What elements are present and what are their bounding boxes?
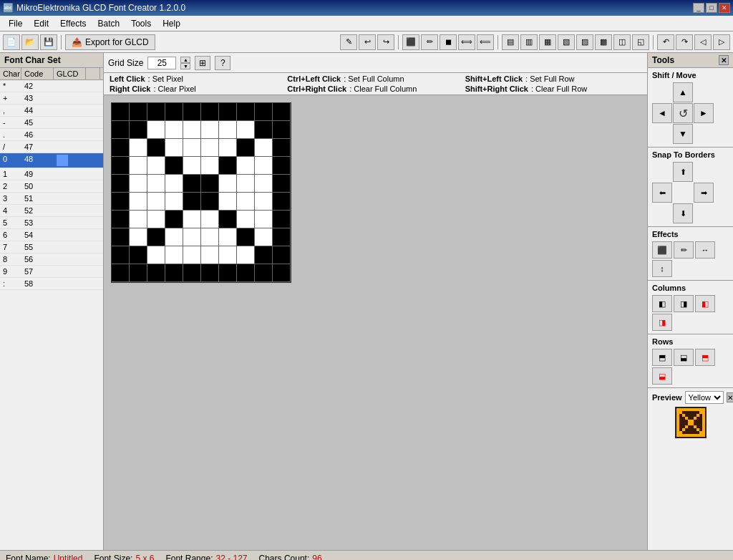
pixel-cell[interactable]	[255, 175, 273, 193]
pixel-cell[interactable]	[273, 121, 291, 139]
tool-4[interactable]: ⬛	[402, 34, 419, 50]
pixel-cell[interactable]	[273, 175, 291, 193]
pixel-cell[interactable]	[165, 139, 183, 157]
char-row[interactable]: 654	[0, 229, 103, 241]
pixel-cell[interactable]	[112, 211, 130, 228]
minimize-button[interactable]: _	[693, 3, 704, 13]
pixel-cell[interactable]	[165, 175, 183, 193]
pixel-cell[interactable]	[237, 157, 255, 175]
pixel-cell[interactable]	[147, 246, 165, 264]
pixel-cell[interactable]	[130, 175, 147, 193]
pixel-cell[interactable]	[273, 228, 291, 246]
pixel-cell[interactable]	[219, 175, 237, 193]
pixel-cell[interactable]	[112, 193, 130, 211]
grid-size-input[interactable]	[147, 57, 176, 69]
pixel-cell[interactable]	[130, 211, 147, 228]
preview-close-button[interactable]: ✕	[727, 392, 733, 402]
maximize-button[interactable]: □	[706, 3, 717, 13]
tool-19[interactable]: ◁	[694, 34, 712, 50]
col-add-left-button[interactable]: ◧	[652, 295, 672, 312]
tool-13[interactable]: ▨	[576, 34, 593, 50]
shift-up-button[interactable]: ▲	[673, 82, 693, 102]
pixel-cell[interactable]	[201, 103, 219, 121]
pixel-cell[interactable]	[219, 103, 237, 121]
snap-right-button[interactable]: ➡	[694, 183, 714, 203]
export-button[interactable]: 📤 Export for GLCD	[65, 34, 155, 50]
pixel-cell[interactable]	[237, 121, 255, 139]
tool-9[interactable]: ▤	[502, 34, 519, 50]
grid-toggle-button[interactable]: ⊞	[195, 56, 210, 70]
pixel-cell[interactable]	[219, 121, 237, 139]
new-button[interactable]: 📄	[3, 34, 20, 50]
snap-bottom-button[interactable]: ⬇	[673, 203, 693, 223]
tool-18[interactable]: ↷	[676, 34, 693, 50]
pixel-cell[interactable]	[237, 228, 255, 246]
pixel-cell[interactable]	[147, 211, 165, 228]
pixel-cell[interactable]	[237, 264, 255, 282]
pixel-cell[interactable]	[183, 228, 201, 246]
pixel-grid-container[interactable]	[111, 102, 291, 283]
pixel-cell[interactable]	[147, 228, 165, 246]
char-row[interactable]: 452	[0, 205, 103, 217]
pixel-cell[interactable]	[112, 121, 130, 139]
pixel-cell[interactable]	[219, 228, 237, 246]
pixel-cell[interactable]	[112, 264, 130, 282]
pixel-cell[interactable]	[273, 103, 291, 121]
menu-batch[interactable]: Batch	[92, 17, 126, 30]
tool-16[interactable]: ◱	[632, 34, 649, 50]
char-row[interactable]: 351	[0, 193, 103, 205]
pixel-cell[interactable]	[237, 246, 255, 264]
pixel-cell[interactable]	[130, 103, 147, 121]
pixel-cell[interactable]	[255, 121, 273, 139]
pixel-cell[interactable]	[130, 157, 147, 175]
pixel-cell[interactable]	[112, 228, 130, 246]
tool-14[interactable]: ▩	[595, 34, 612, 50]
pixel-cell[interactable]	[112, 175, 130, 193]
tool-5[interactable]: ✏	[421, 34, 438, 50]
snap-top-button[interactable]: ⬆	[673, 162, 693, 182]
tool-3[interactable]: ↪	[377, 34, 394, 50]
pixel-cell[interactable]	[147, 139, 165, 157]
pixel-cell[interactable]	[183, 211, 201, 228]
effect-invert-button[interactable]: ⬛	[652, 241, 672, 259]
pixel-cell[interactable]	[165, 211, 183, 228]
preview-color-select[interactable]: Yellow Green Blue White	[685, 391, 724, 404]
pixel-cell[interactable]	[273, 193, 291, 211]
pixel-cell[interactable]	[183, 193, 201, 211]
tool-2[interactable]: ↩	[359, 34, 376, 50]
pixel-cell[interactable]	[219, 139, 237, 157]
pixel-cell[interactable]	[201, 157, 219, 175]
pixel-cell[interactable]	[201, 228, 219, 246]
pixel-cell[interactable]	[112, 246, 130, 264]
pixel-cell[interactable]	[130, 193, 147, 211]
char-row[interactable]: 957	[0, 266, 103, 278]
pixel-cell[interactable]	[237, 193, 255, 211]
char-row[interactable]: 048	[0, 153, 103, 168]
pixel-cell[interactable]	[255, 246, 273, 264]
pixel-cell[interactable]	[201, 175, 219, 193]
pixel-cell[interactable]	[165, 228, 183, 246]
pixel-cell[interactable]	[219, 246, 237, 264]
tool-12[interactable]: ▧	[558, 34, 575, 50]
tool-15[interactable]: ◫	[613, 34, 631, 50]
close-button[interactable]: ✕	[719, 3, 730, 13]
shift-left-button[interactable]: ◄	[652, 103, 672, 123]
pixel-cell[interactable]	[112, 139, 130, 157]
tool-17[interactable]: ↶	[657, 34, 674, 50]
pixel-cell[interactable]	[201, 139, 219, 157]
pixel-cell[interactable]	[255, 228, 273, 246]
open-button[interactable]: 📂	[21, 34, 39, 50]
effect-flip-h-button[interactable]: ↔	[695, 241, 715, 259]
char-row[interactable]: *42	[0, 80, 103, 92]
pixel-cell[interactable]	[255, 157, 273, 175]
spin-up[interactable]: ▲	[180, 57, 190, 63]
char-row[interactable]: 755	[0, 241, 103, 254]
grid-size-spinner[interactable]: ▲ ▼	[180, 57, 190, 69]
shift-center-button[interactable]: ↺	[673, 103, 693, 123]
row-remove-top-button[interactable]: ⬒	[695, 349, 715, 366]
pixel-cell[interactable]	[255, 193, 273, 211]
pixel-cell[interactable]	[219, 157, 237, 175]
save-button[interactable]: 💾	[40, 34, 57, 50]
pixel-cell[interactable]	[112, 103, 130, 121]
tool-20[interactable]: ▷	[713, 34, 730, 50]
